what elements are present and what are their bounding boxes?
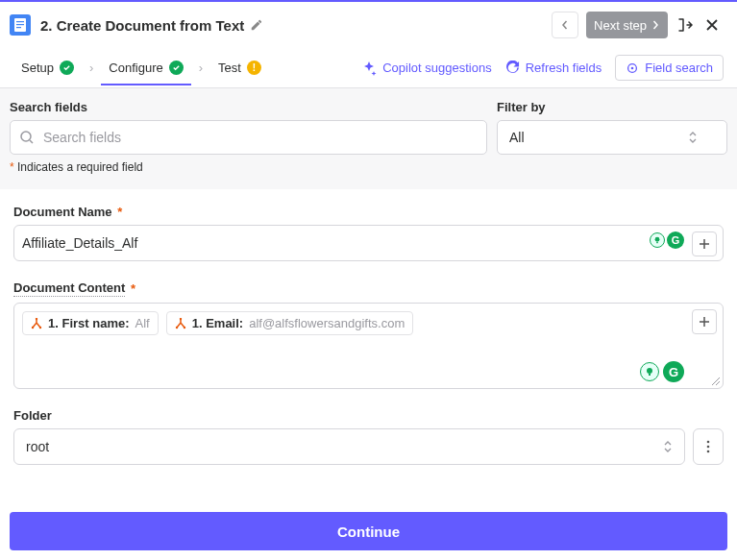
chevron-right-icon: › [195, 61, 207, 75]
search-input-wrap [10, 120, 487, 155]
next-step-button[interactable]: Next step [586, 12, 668, 38]
document-name-field: Document Name * Affiliate_Details_Alf G [13, 205, 724, 261]
label-text: Document Name [13, 205, 112, 219]
svg-rect-3 [16, 27, 21, 28]
svg-point-12 [180, 318, 182, 320]
prev-step-button[interactable] [552, 12, 578, 38]
sort-icon [688, 131, 698, 144]
add-field-button[interactable] [692, 231, 717, 256]
resize-handle[interactable] [711, 377, 721, 386]
header-actions: Next step [552, 12, 722, 38]
tab-label: Setup [21, 61, 54, 75]
filters-bar: Search fields * Indicates a required fie… [0, 88, 737, 189]
folder-value: root [26, 439, 49, 454]
tab-setup[interactable]: Setup [13, 51, 82, 85]
search-target-icon [626, 61, 639, 75]
grammarly-badges: G [650, 231, 684, 249]
search-fields-label: Search fields [10, 100, 487, 114]
branch-icon [31, 318, 42, 329]
search-input[interactable] [10, 120, 487, 155]
content-pills: 1. First name: Alf 1. Email: alf@alfsflo… [22, 311, 715, 335]
pill-first-name[interactable]: 1. First name: Alf [22, 311, 159, 335]
grammarly-bulb-icon [650, 232, 665, 248]
sort-icon [663, 440, 673, 453]
tab-test[interactable]: Test ! [210, 51, 269, 85]
filter-by-label: Filter by [497, 100, 727, 114]
field-search-button[interactable]: Field search [615, 55, 724, 81]
document-content-field: Document Content * 1. First name: Alf 1.… [13, 280, 724, 389]
field-label: Document Name * [13, 205, 724, 219]
next-step-label: Next step [594, 18, 647, 33]
input-value: Affiliate_Details_Alf [22, 235, 137, 251]
required-asterisk: * [127, 281, 135, 296]
svg-point-18 [707, 446, 710, 449]
folder-select[interactable]: root [13, 428, 685, 465]
field-label: Folder [13, 408, 724, 423]
footer: Continue [10, 512, 727, 550]
svg-point-6 [21, 132, 31, 141]
refresh-icon [505, 61, 520, 75]
pill-label: 1. First name: [48, 316, 130, 330]
chevron-right-icon: › [86, 61, 97, 75]
pill-label: 1. Email: [192, 316, 243, 330]
tab-label: Test [218, 61, 241, 75]
search-fields-col: Search fields * Indicates a required fie… [10, 100, 487, 174]
close-icon[interactable] [702, 15, 722, 35]
tabs-row: Setup › Configure › Test ! Copilot sugge… [0, 48, 737, 88]
folder-row: root [13, 428, 724, 465]
filter-by-value: All [509, 130, 525, 145]
google-docs-icon [10, 14, 31, 36]
svg-point-17 [707, 441, 710, 444]
tab-configure[interactable]: Configure [101, 51, 190, 85]
filter-by-select[interactable]: All [497, 120, 727, 155]
svg-point-10 [32, 326, 34, 328]
svg-rect-16 [649, 374, 651, 376]
kebab-icon [706, 440, 710, 453]
label-text: Folder [13, 408, 52, 423]
required-field-note: * Indicates a required field [10, 160, 487, 174]
edit-icon[interactable] [250, 18, 263, 32]
svg-point-7 [655, 237, 660, 242]
svg-point-13 [176, 326, 178, 328]
check-icon [169, 61, 184, 75]
svg-rect-1 [16, 21, 24, 22]
page-title-text: 2. Create Document from Text [40, 17, 244, 34]
check-icon [60, 61, 74, 75]
sparkle-icon [361, 61, 377, 76]
document-content-input[interactable]: 1. First name: Alf 1. Email: alf@alfsflo… [13, 303, 724, 389]
pill-value: alf@alfsflowersandgifts.com [249, 316, 405, 330]
action-label: Copilot suggestions [382, 61, 491, 75]
svg-rect-2 [16, 24, 24, 25]
tab-actions: Copilot suggestions Refresh fields Field… [361, 55, 724, 81]
action-label: Refresh fields [526, 61, 602, 75]
add-field-button[interactable] [692, 309, 717, 334]
pill-email[interactable]: 1. Email: alf@alfsflowersandgifts.com [166, 311, 414, 335]
grammarly-bulb-icon [640, 362, 659, 381]
form-area: Document Name * Affiliate_Details_Alf G … [0, 189, 737, 494]
svg-point-5 [631, 66, 634, 69]
document-name-input[interactable]: Affiliate_Details_Alf G [13, 225, 724, 261]
pill-value: Alf [135, 316, 150, 330]
svg-point-9 [36, 318, 37, 320]
copilot-suggestions-button[interactable]: Copilot suggestions [361, 61, 491, 76]
search-icon [19, 130, 35, 145]
grammarly-g-icon: G [663, 361, 684, 382]
required-note-text: Indicates a required field [17, 160, 143, 174]
expand-icon[interactable] [676, 15, 695, 35]
required-asterisk: * [114, 205, 123, 219]
folder-field: Folder root [13, 408, 724, 465]
page-title: 2. Create Document from Text [40, 17, 552, 34]
filter-by-col: Filter by All [497, 100, 727, 155]
action-label: Field search [645, 61, 713, 75]
refresh-fields-button[interactable]: Refresh fields [505, 61, 602, 75]
asterisk-icon: * [10, 160, 14, 174]
field-label: Document Content * [13, 280, 724, 297]
header: 2. Create Document from Text Next step [0, 2, 737, 48]
continue-label: Continue [337, 523, 400, 540]
svg-point-11 [39, 326, 41, 328]
folder-options-button[interactable] [693, 428, 724, 465]
svg-point-14 [184, 326, 185, 328]
continue-button[interactable]: Continue [10, 512, 727, 550]
svg-rect-8 [656, 242, 658, 244]
grammarly-g-icon: G [667, 231, 684, 249]
